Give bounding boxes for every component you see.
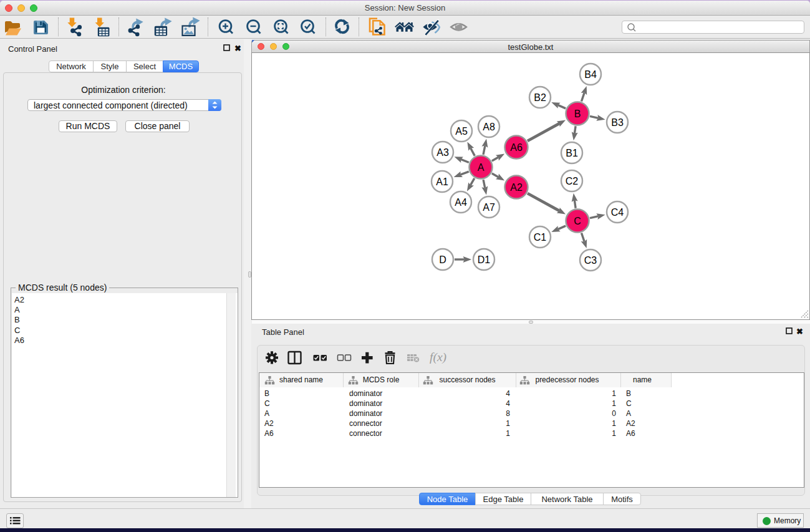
svg-text:C3: C3 — [584, 255, 597, 266]
svg-text:A1: A1 — [436, 177, 448, 187]
svg-text:C: C — [574, 216, 581, 226]
svg-text:D1: D1 — [478, 254, 491, 265]
svg-text:B4: B4 — [584, 69, 597, 80]
svg-text:A: A — [478, 162, 485, 173]
svg-text:f(x): f(x) — [430, 351, 446, 364]
svg-text:A6: A6 — [510, 142, 523, 153]
svg-text:A5: A5 — [455, 126, 468, 137]
svg-text:A7: A7 — [483, 202, 495, 213]
svg-text:A2: A2 — [510, 182, 523, 193]
svg-text:A4: A4 — [455, 197, 467, 208]
svg-text:C4: C4 — [611, 207, 624, 218]
svg-text:C2: C2 — [566, 176, 579, 186]
svg-text:B1: B1 — [566, 148, 578, 158]
svg-text:A3: A3 — [436, 147, 449, 158]
svg-text:C1: C1 — [534, 232, 547, 243]
svg-text:A8: A8 — [483, 122, 495, 132]
svg-text:B3: B3 — [611, 117, 624, 128]
svg-text:D: D — [439, 254, 446, 265]
svg-text:B2: B2 — [534, 92, 546, 103]
svg-text:B: B — [574, 109, 581, 119]
